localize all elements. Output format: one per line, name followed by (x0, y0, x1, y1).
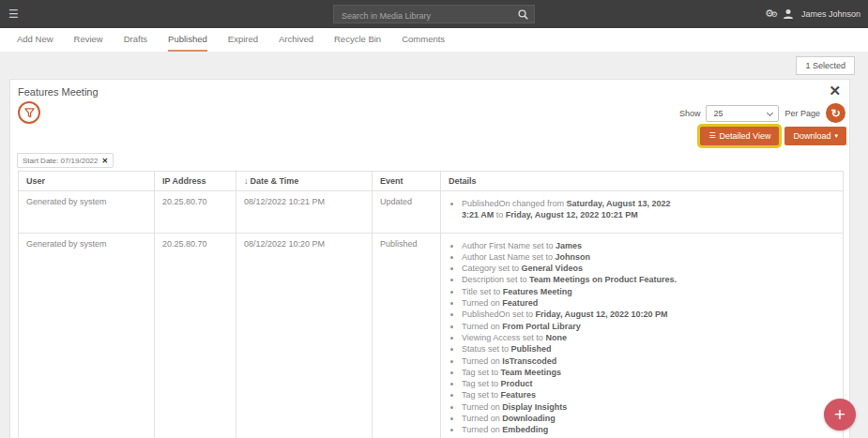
refresh-button[interactable]: ↻ (826, 103, 845, 123)
close-icon[interactable]: ✕ (829, 83, 841, 99)
audit-log-table: User IP Address ↓Date & Time Event Detai… (18, 171, 844, 438)
details-list: PublishedOn changed from Saturday, Augus… (449, 198, 689, 221)
detail-item: Category set to General Videos (462, 263, 689, 274)
user-icon[interactable] (783, 8, 794, 20)
table-header-row: User IP Address ↓Date & Time Event Detai… (19, 172, 844, 191)
selection-count-badge: 1 Selected (796, 56, 855, 75)
cell-details: PublishedOn changed from Saturday, Augus… (441, 191, 844, 234)
detail-item: Turned on IsTranscoded (462, 355, 689, 367)
detail-item: Turned on From Portal Library (462, 321, 689, 332)
user-name[interactable]: James Johnson (801, 9, 860, 19)
cell-details: Author First Name set to JamesAuthor Las… (441, 233, 844, 438)
detailed-view-button[interactable]: ☰ Detailed View (700, 127, 779, 145)
table-row: Generated by system20.25.80.7008/12/2022… (19, 233, 844, 438)
top-bar: ☰ ⚙⚙ James Johnson (0, 0, 868, 28)
detail-item: PublishedOn changed from Saturday, Augus… (462, 198, 689, 221)
per-page-select[interactable]: 25 (706, 105, 779, 122)
tab-add-new[interactable]: Add New (17, 28, 53, 52)
audit-log-panel: Features Meeting ✕ Show 25 Per Page ↻ ☰ … (9, 79, 850, 438)
tab-published[interactable]: Published (168, 28, 207, 52)
detail-item: Title set to Features Meeting (462, 286, 689, 297)
tab-drafts[interactable]: Drafts (124, 28, 147, 52)
cell-datetime: 08/12/2022 10:20 PM (236, 233, 373, 438)
detail-item: Author First Name set to James (462, 240, 689, 251)
page-title: Features Meeting (18, 86, 99, 98)
per-page-label: Per Page (784, 109, 820, 118)
list-icon: ☰ (708, 132, 715, 140)
detail-item: Tag set to Product (462, 378, 689, 389)
tab-recycle-bin[interactable]: Recycle Bin (334, 28, 381, 52)
cell-event: Published (373, 233, 441, 438)
search-icon[interactable] (518, 9, 528, 20)
per-page-controls: Show 25 Per Page ↻ (679, 103, 845, 123)
detail-item: Status set to Published (462, 343, 689, 355)
settings-gears-icon[interactable]: ⚙⚙ (765, 8, 775, 20)
cell-ip: 20.25.80.70 (155, 191, 236, 234)
detail-item: Author Last Name set to Johnson (462, 251, 689, 263)
search-input[interactable] (334, 8, 534, 24)
caret-down-icon: ▾ (834, 132, 838, 140)
details-list: Author First Name set to JamesAuthor Las… (449, 240, 689, 438)
cell-ip: 20.25.80.70 (155, 233, 236, 438)
chevron-down-icon (767, 109, 773, 115)
cell-user: Generated by system (19, 191, 155, 234)
sort-descending-icon: ↓ (244, 176, 249, 186)
start-date-filter-chip: Start Date: 07/19/2022 ✕ (17, 153, 114, 168)
per-page-value: 25 (713, 109, 723, 118)
show-label: Show (679, 109, 701, 118)
detail-item: Turned on Downloading (462, 413, 689, 424)
cell-event: Updated (373, 191, 441, 234)
chip-close-icon[interactable]: ✕ (102, 157, 109, 165)
detail-item: Turned on Display Insights (462, 401, 689, 413)
detail-item: Tag set to Features (462, 389, 689, 400)
filter-button[interactable] (18, 101, 40, 124)
plus-icon: + (834, 404, 845, 424)
detail-item: PublishedOn set to Friday, August 12, 20… (462, 309, 689, 320)
menu-icon[interactable]: ☰ (8, 8, 19, 21)
table-row: Generated by system20.25.80.7008/12/2022… (19, 191, 844, 234)
funnel-icon (24, 108, 35, 118)
tab-comments[interactable]: Comments (402, 28, 445, 52)
tab-archived[interactable]: Archived (279, 28, 313, 52)
add-button[interactable]: + (824, 399, 856, 430)
table-body: Generated by system20.25.80.7008/12/2022… (19, 191, 844, 438)
refresh-icon: ↻ (830, 108, 840, 119)
detail-item: Description set to Team Meetings on Prod… (462, 274, 689, 285)
tab-bar: Add New Review Drafts Published Expired … (0, 28, 868, 52)
tab-review[interactable]: Review (74, 28, 103, 52)
download-button[interactable]: Download ▾ (784, 127, 846, 145)
column-header-event[interactable]: Event (373, 172, 441, 191)
cell-datetime: 08/12/2022 10:21 PM (236, 191, 373, 234)
column-header-ip[interactable]: IP Address (155, 172, 236, 191)
column-header-details[interactable]: Details (441, 172, 844, 191)
column-header-user[interactable]: User (19, 172, 155, 191)
detail-item: Tag set to Team Meetings (462, 367, 689, 378)
search-box (333, 5, 535, 23)
detail-item: Turned on Featured (462, 297, 689, 309)
cell-user: Generated by system (19, 233, 155, 438)
detail-item: Viewing Access set to None (462, 332, 689, 343)
tab-expired[interactable]: Expired (228, 28, 258, 52)
action-buttons: ☰ Detailed View Download ▾ (700, 127, 846, 145)
column-header-datetime[interactable]: ↓Date & Time (236, 172, 373, 191)
detail-item: Turned on Embedding (462, 424, 689, 435)
